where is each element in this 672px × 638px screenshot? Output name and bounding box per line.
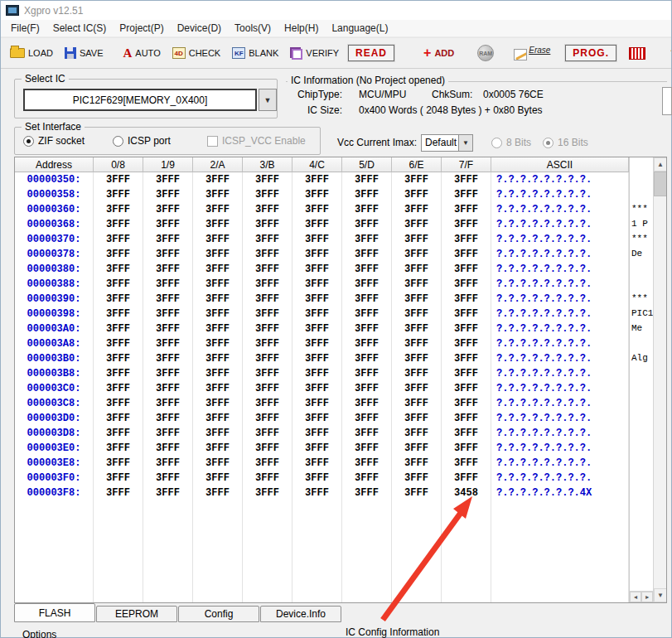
hex-value-cell[interactable]: 3FFF xyxy=(94,187,143,202)
hex-value-cell[interactable]: 3FFF xyxy=(342,456,392,471)
hex-value-cell[interactable]: 3FFF xyxy=(342,381,392,396)
hex-value-cell[interactable]: 3FFF xyxy=(243,217,292,232)
selected-ic-combobox[interactable]: PIC12F629[MEMORY_0X400] xyxy=(23,89,257,111)
hex-value-cell[interactable]: 3FFF xyxy=(392,292,442,307)
hex-value-cell[interactable]: 3FFF xyxy=(193,307,243,321)
hex-value-cell[interactable]: 3FFF xyxy=(143,202,193,217)
hex-value-cell[interactable]: 3FFF xyxy=(392,321,442,336)
hex-value-cell[interactable]: 3FFF xyxy=(143,426,193,441)
ascii-cell[interactable]: ?.?.?.?.?.?.?.?. xyxy=(491,471,629,486)
hex-value-cell[interactable]: 3FFF xyxy=(243,247,292,262)
hex-value-cell[interactable]: 3FFF xyxy=(94,471,143,486)
tab-config[interactable]: Config xyxy=(178,606,259,622)
hex-value-cell[interactable]: 3FFF xyxy=(94,351,143,366)
hex-value-cell[interactable]: 3FFF xyxy=(243,411,292,426)
hex-value-cell[interactable]: 3FFF xyxy=(94,366,143,381)
vcc-imax-dropdown[interactable]: Default ▼ xyxy=(421,134,473,152)
hex-value-cell[interactable]: 3FFF xyxy=(442,336,491,351)
hex-value-cell[interactable]: 3FFF xyxy=(292,277,342,292)
hex-value-cell[interactable]: 3FFF xyxy=(193,217,243,232)
hex-value-cell[interactable]: 3FFF xyxy=(392,262,442,277)
hex-value-cell[interactable]: 3FFF xyxy=(143,217,193,232)
hex-value-cell[interactable]: 3FFF xyxy=(143,232,193,247)
ic-test-button[interactable] xyxy=(621,45,654,62)
hex-value-cell[interactable]: 3FFF xyxy=(292,202,342,217)
hex-value-cell[interactable]: 3FFF xyxy=(342,202,392,217)
hex-value-cell[interactable]: 3FFF xyxy=(392,187,442,202)
hex-value-cell[interactable]: 3FFF xyxy=(392,351,442,366)
hex-value-cell[interactable]: 3FFF xyxy=(193,486,243,500)
hex-value-cell[interactable]: 3FFF xyxy=(94,426,143,441)
hex-value-cell[interactable]: 3FFF xyxy=(143,351,193,366)
prog-button[interactable]: PROG. xyxy=(565,45,616,61)
menu-project[interactable]: Project(P) xyxy=(113,21,170,36)
ascii-cell[interactable]: ?.?.?.?.?.?.?.?. xyxy=(491,321,629,336)
hex-value-cell[interactable]: 3FFF xyxy=(292,232,342,247)
hex-value-cell[interactable]: 3FFF xyxy=(94,247,143,262)
ascii-cell[interactable]: ?.?.?.?.?.?.?.4X xyxy=(491,486,629,500)
hex-value-cell[interactable]: 3FFF xyxy=(442,381,491,396)
hex-value-cell[interactable]: 3FFF xyxy=(442,277,491,292)
icsp-vcc-checkbox[interactable]: ICSP_VCC Enable xyxy=(207,135,306,147)
hex-value-cell[interactable]: 3FFF xyxy=(392,456,442,471)
hex-value-cell[interactable]: 3FFF xyxy=(342,217,392,232)
hex-value-cell[interactable]: 3FFF xyxy=(292,396,342,411)
hex-value-cell[interactable]: 3FFF xyxy=(143,381,193,396)
hex-value-cell[interactable]: 3FFF xyxy=(193,232,243,247)
hex-value-cell[interactable]: 3FFF xyxy=(342,366,392,381)
check-button[interactable]: 4D CHECK xyxy=(167,45,226,61)
hex-value-cell[interactable]: 3FFF xyxy=(292,336,342,351)
menu-tools[interactable]: Tools(V) xyxy=(228,21,278,36)
hex-value-cell[interactable]: 3FFF xyxy=(442,471,491,486)
ram-button[interactable]: RAM xyxy=(472,42,499,64)
blank-button[interactable]: KF BLANK xyxy=(227,45,283,61)
hex-value-cell[interactable]: 3FFF xyxy=(342,471,392,486)
hex-value-cell[interactable]: 3FFF xyxy=(94,277,143,292)
hex-value-cell[interactable]: 3FFF xyxy=(342,292,392,307)
vertical-scrollbar[interactable]: ▲ ▼ xyxy=(653,157,667,602)
hex-value-cell[interactable]: 3FFF xyxy=(442,441,491,456)
hex-value-cell[interactable]: 3FFF xyxy=(193,441,243,456)
bits-8-radio[interactable]: 8 Bits xyxy=(491,137,531,148)
hex-value-cell[interactable]: 3FFF xyxy=(94,441,143,456)
hex-value-cell[interactable]: 3FFF xyxy=(193,381,243,396)
hex-value-cell[interactable]: 3FFF xyxy=(243,486,292,500)
hex-value-cell[interactable]: 3FFF xyxy=(243,232,292,247)
scroll-right-button[interactable]: ► xyxy=(641,592,653,602)
ascii-cell[interactable]: ?.?.?.?.?.?.?.?. xyxy=(491,336,629,351)
hex-value-cell[interactable]: 3FFF xyxy=(342,411,392,426)
hex-value-cell[interactable]: 3FFF xyxy=(243,336,292,351)
hex-value-cell[interactable]: 3FFF xyxy=(392,471,442,486)
ascii-cell[interactable]: ?.?.?.?.?.?.?.?. xyxy=(491,381,629,396)
hex-value-cell[interactable]: 3FFF xyxy=(392,217,442,232)
hex-value-cell[interactable]: 3FFF xyxy=(442,187,491,202)
hex-value-cell[interactable]: 3FFF xyxy=(442,351,491,366)
hex-value-cell[interactable]: 3FFF xyxy=(94,202,143,217)
hex-value-cell[interactable]: 3FFF xyxy=(243,262,292,277)
hex-value-cell[interactable]: 3FFF xyxy=(193,366,243,381)
hex-value-cell[interactable]: 3FFF xyxy=(392,381,442,396)
hex-value-cell[interactable]: 3FFF xyxy=(292,187,342,202)
hex-value-cell[interactable]: 3FFF xyxy=(94,292,143,307)
menu-help[interactable]: Help(H) xyxy=(278,21,325,36)
hex-value-cell[interactable]: 3FFF xyxy=(243,471,292,486)
ascii-cell[interactable]: ?.?.?.?.?.?.?.?. xyxy=(491,307,629,321)
hex-value-cell[interactable]: 3FFF xyxy=(143,321,193,336)
hex-value-cell[interactable]: 3FFF xyxy=(292,247,342,262)
zif-socket-radio[interactable]: ZIF socket xyxy=(23,135,85,147)
hex-value-cell[interactable]: 3FFF xyxy=(342,396,392,411)
hex-value-cell[interactable]: 3FFF xyxy=(143,277,193,292)
hex-value-cell[interactable]: 3FFF xyxy=(342,336,392,351)
hex-value-cell[interactable]: 3FFF xyxy=(243,351,292,366)
ascii-cell[interactable]: ?.?.?.?.?.?.?.?. xyxy=(491,187,629,202)
hex-value-cell[interactable]: 3FFF xyxy=(442,232,491,247)
hex-value-cell[interactable]: 3FFF xyxy=(94,321,143,336)
hex-value-cell[interactable]: 3FFF xyxy=(392,277,442,292)
hex-value-cell[interactable]: 3FFF xyxy=(342,277,392,292)
hex-value-cell[interactable]: 3FFF xyxy=(94,396,143,411)
hex-value-cell[interactable]: 3FFF xyxy=(292,426,342,441)
hex-value-cell[interactable]: 3FFF xyxy=(143,441,193,456)
hex-value-cell[interactable]: 3FFF xyxy=(193,172,243,187)
hex-value-cell[interactable]: 3FFF xyxy=(442,366,491,381)
hex-value-cell[interactable]: 3FFF xyxy=(193,351,243,366)
